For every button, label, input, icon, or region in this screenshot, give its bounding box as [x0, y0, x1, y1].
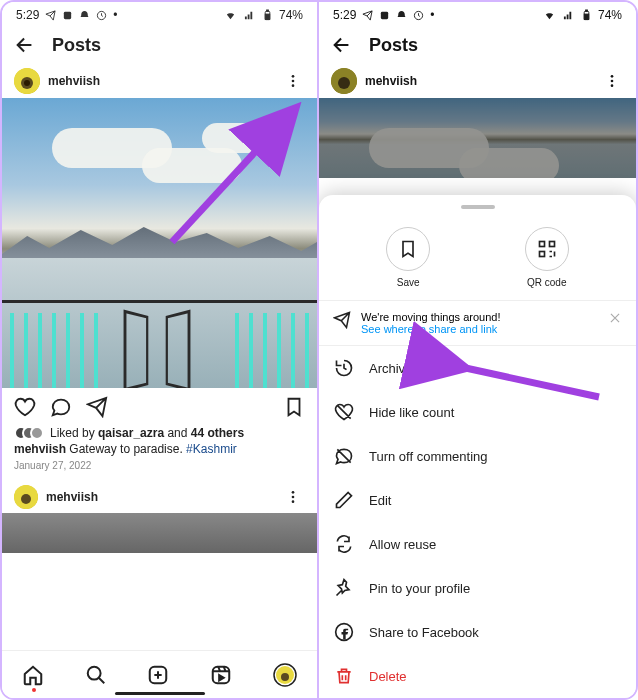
- comment-icon[interactable]: [50, 396, 72, 418]
- notice-link[interactable]: See where to share and link: [361, 323, 598, 335]
- svg-point-14: [292, 496, 295, 499]
- post2-username[interactable]: mehviish: [46, 490, 273, 504]
- screen-posts: 5:29 • 74% Posts mehviish: [2, 2, 319, 698]
- post-username[interactable]: mehviish: [365, 74, 592, 88]
- liked-by-prefix: Liked by: [50, 426, 98, 440]
- menuitem-label: Pin to your profile: [369, 581, 470, 596]
- svg-point-13: [292, 491, 295, 494]
- wifi-icon: [543, 10, 556, 21]
- status-battery-pct: 74%: [279, 8, 303, 22]
- bottom-nav: [2, 650, 317, 698]
- liked-by-user: qaisar_azra: [98, 426, 164, 440]
- hide-like-count-menuitem[interactable]: Hide like count: [319, 390, 636, 434]
- more-options-icon[interactable]: [281, 489, 305, 505]
- post-caption: mehviish Gateway to paradise. #Kashmir: [2, 440, 317, 458]
- svg-point-12: [21, 494, 31, 504]
- edit-icon: [333, 490, 355, 510]
- qr-label: QR code: [527, 277, 566, 288]
- send-icon: [333, 311, 351, 329]
- svg-rect-33: [539, 242, 544, 247]
- svg-point-10: [292, 84, 295, 87]
- pin-icon: [333, 578, 355, 598]
- svg-rect-0: [64, 11, 71, 18]
- bookmark-icon[interactable]: [283, 396, 305, 418]
- svg-point-31: [611, 80, 614, 83]
- screen-options-sheet: 5:29 • 74% Posts mehviish: [319, 2, 636, 698]
- notice-text: We're moving things around!: [361, 311, 598, 323]
- hide-like-icon: [333, 402, 355, 422]
- dnd-icon: [396, 10, 407, 21]
- wifi-icon: [224, 10, 237, 21]
- back-arrow-icon[interactable]: [331, 34, 353, 56]
- avatar[interactable]: [331, 68, 357, 94]
- more-options-icon[interactable]: [600, 73, 624, 89]
- battery-icon: [262, 8, 273, 22]
- reels-icon[interactable]: [210, 664, 232, 686]
- posts-header: Posts: [319, 26, 636, 64]
- svg-rect-34: [549, 242, 554, 247]
- likes-row[interactable]: Liked by qaisar_azra and 44 others: [2, 426, 317, 440]
- share-icon[interactable]: [86, 396, 108, 418]
- post-actions: [2, 388, 317, 426]
- avatar[interactable]: [14, 68, 40, 94]
- sheet-handle[interactable]: [461, 205, 495, 209]
- caption-hashtag[interactable]: #Kashmir: [186, 442, 237, 456]
- avatar[interactable]: [14, 485, 38, 509]
- svg-rect-26: [584, 14, 589, 19]
- bookmark-icon: [398, 239, 418, 259]
- telegram-icon: [45, 10, 56, 21]
- like-icon[interactable]: [14, 396, 36, 418]
- battery-icon: [581, 8, 592, 22]
- notification-dot-icon: [32, 688, 36, 692]
- allow-reuse-menuitem[interactable]: Allow reuse: [319, 522, 636, 566]
- profile-avatar-icon[interactable]: [273, 663, 297, 687]
- dnd-icon: [79, 10, 90, 21]
- svg-rect-3: [265, 14, 270, 19]
- moving-things-notice[interactable]: We're moving things around! See where to…: [319, 301, 636, 346]
- delete-menuitem[interactable]: Delete: [319, 654, 636, 698]
- post2-image[interactable]: [2, 513, 317, 553]
- svg-point-21: [281, 673, 289, 681]
- svg-rect-27: [586, 10, 588, 11]
- svg-point-32: [611, 84, 614, 87]
- svg-point-15: [292, 500, 295, 503]
- page-title: Posts: [369, 35, 418, 56]
- menuitem-label: Archive: [369, 361, 412, 376]
- save-button[interactable]: Save: [386, 227, 430, 288]
- clock-icon: [413, 10, 424, 21]
- back-arrow-icon[interactable]: [14, 34, 36, 56]
- qr-code-button[interactable]: QR code: [525, 227, 569, 288]
- archive-menuitem[interactable]: Archive: [319, 346, 636, 390]
- add-post-icon[interactable]: [147, 664, 169, 686]
- pin-to-profile-menuitem[interactable]: Pin to your profile: [319, 566, 636, 610]
- gesture-bar: [115, 692, 205, 695]
- status-time: 5:29: [333, 8, 356, 22]
- status-bar: 5:29 • 74%: [2, 2, 317, 26]
- status-time: 5:29: [16, 8, 39, 22]
- post-author-row: mehviish: [2, 64, 317, 98]
- svg-point-8: [292, 75, 295, 78]
- delete-icon: [333, 666, 355, 686]
- share-to-facebook-menuitem[interactable]: Share to Facebook: [319, 610, 636, 654]
- page-title: Posts: [52, 35, 101, 56]
- close-icon[interactable]: [608, 311, 622, 325]
- search-icon[interactable]: [85, 664, 107, 686]
- post-author-row: mehviish: [319, 64, 636, 98]
- nfc-icon: [62, 10, 73, 21]
- turn-off-commenting-menuitem[interactable]: Turn off commenting: [319, 434, 636, 478]
- signal-icon: [562, 10, 575, 21]
- post-image[interactable]: [2, 98, 317, 388]
- svg-rect-4: [267, 10, 269, 11]
- post2-author-row: mehviish: [2, 481, 317, 513]
- post-image: [319, 98, 636, 178]
- facebook-icon: [333, 622, 355, 642]
- menuitem-label: Share to Facebook: [369, 625, 479, 640]
- post-username[interactable]: mehviish: [48, 74, 273, 88]
- caption-text: Gateway to paradise.: [66, 442, 186, 456]
- more-options-icon[interactable]: [281, 73, 305, 89]
- edit-menuitem[interactable]: Edit: [319, 478, 636, 522]
- home-icon[interactable]: [22, 664, 44, 686]
- svg-point-16: [88, 666, 101, 679]
- status-bar: 5:29 • 74%: [319, 2, 636, 26]
- menuitem-label: Turn off commenting: [369, 449, 488, 464]
